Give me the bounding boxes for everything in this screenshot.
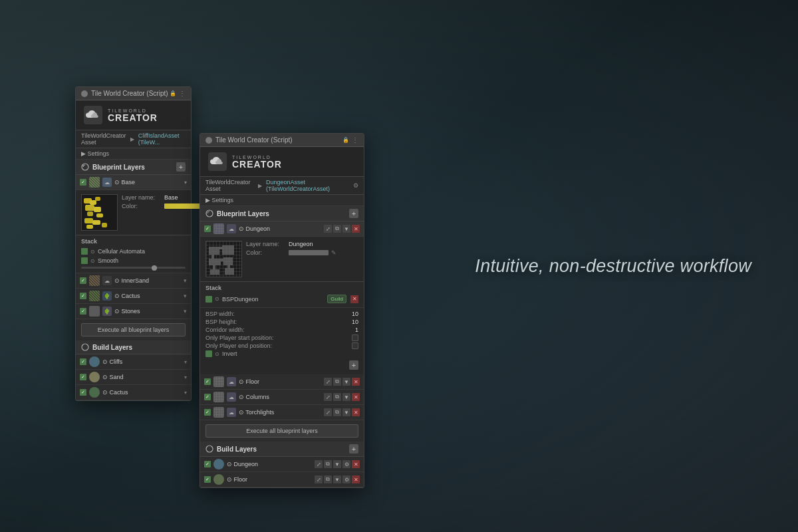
invert-checkbox[interactable] xyxy=(205,350,212,357)
build-down-btn-floor[interactable]: ▼ xyxy=(333,475,341,483)
build-checkbox-cliffs[interactable] xyxy=(80,358,86,365)
asset-settings-icon[interactable]: ⚙ xyxy=(353,182,358,189)
layer-row-base[interactable]: ☁ ⊙ Base ▾ xyxy=(76,175,191,190)
floor-copy-btn[interactable]: ⧉ xyxy=(333,378,341,386)
build-down-btn-dungeon[interactable]: ▼ xyxy=(333,460,341,468)
build-delete-btn-floor[interactable]: ✕ xyxy=(352,475,360,483)
stack-slider-smooth[interactable] xyxy=(81,265,186,270)
layer-edit-cactus[interactable]: ▾ xyxy=(184,293,187,299)
layer-checkbox-base[interactable] xyxy=(80,179,86,186)
blueprint-add-button-front[interactable]: + xyxy=(349,209,358,218)
layer-down-btn-dungeon[interactable]: ▼ xyxy=(342,225,350,233)
layer-row-dungeon[interactable]: ☁ ⊙ Dungeon ⤢ ⧉ ▼ ✕ xyxy=(200,221,364,237)
floor-down-btn[interactable]: ▼ xyxy=(342,378,350,386)
build-move-btn-dungeon[interactable]: ⤢ xyxy=(315,460,323,468)
player-start-checkbox[interactable] xyxy=(352,334,358,341)
guild-btn-bsp[interactable]: Guild xyxy=(327,295,346,303)
build-settings-btn-dungeon[interactable]: ⚙ xyxy=(342,460,350,468)
build-settings-btn-floor[interactable]: ⚙ xyxy=(342,475,350,483)
torchlights-delete-btn[interactable]: ✕ xyxy=(352,408,360,416)
stack-checkbox-bsp[interactable] xyxy=(205,296,212,303)
slider-thumb[interactable] xyxy=(152,265,157,271)
panel-front-asset-bar: TileWorldCreator Asset ▶ DungeonAsset (T… xyxy=(200,177,364,195)
color-swatch-base[interactable] xyxy=(164,203,204,209)
build-copy-btn-dungeon[interactable]: ⧉ xyxy=(324,460,332,468)
stack-item-smooth[interactable]: ⊙ Smooth xyxy=(81,256,186,265)
build-checkbox-floor[interactable] xyxy=(204,476,211,483)
build-edit-sand[interactable]: ▾ xyxy=(184,374,187,380)
layer-edit-stones[interactable]: ▾ xyxy=(184,308,187,315)
layer-checkbox-floor[interactable] xyxy=(204,378,211,385)
name-label: Layer name: xyxy=(122,194,162,201)
stack-item-cellular[interactable]: ⊙ Cellular Automata xyxy=(81,247,186,256)
bsp-delete-btn[interactable]: ✕ xyxy=(350,295,358,303)
layer-checkbox-columns[interactable] xyxy=(204,394,211,400)
color-swatch-dungeon[interactable] xyxy=(289,250,329,255)
blueprint-add-button[interactable]: + xyxy=(176,162,186,172)
layer-checkbox-stones[interactable] xyxy=(80,308,86,315)
build-copy-btn-floor[interactable]: ⧉ xyxy=(324,475,332,483)
invert-row: ⊙ Invert xyxy=(205,350,358,357)
build-section-label-front: Build Layers xyxy=(217,446,257,453)
logo-text-block-front: TILEWORLD CREATOR xyxy=(232,155,282,169)
build-layer-sand[interactable]: ⊙ Sand ▾ xyxy=(76,370,191,385)
stack-checkbox-cellular[interactable] xyxy=(81,248,88,255)
layer-row-torchlights[interactable]: ☁ ⊙ Torchlights ⤢ ⧉ ▼ ✕ xyxy=(200,405,364,420)
layer-checkbox-cactus[interactable] xyxy=(80,293,86,299)
layer-row-innersand[interactable]: ☁ ⊙ InnerSand ▾ xyxy=(76,273,191,289)
floor-move-btn[interactable]: ⤢ xyxy=(324,378,332,386)
stack-label-dungeon: Stack xyxy=(205,285,358,291)
layer-checkbox-innersand[interactable] xyxy=(80,277,86,284)
stack-add-btn[interactable]: + xyxy=(349,360,358,370)
slider-track[interactable] xyxy=(81,267,186,269)
build-delete-btn-dungeon[interactable]: ✕ xyxy=(352,460,360,468)
columns-move-btn[interactable]: ⤢ xyxy=(324,393,332,401)
build-edit-cliffs[interactable]: ▾ xyxy=(184,359,187,365)
build-layer-cliffs[interactable]: ⊙ Cliffs ▾ xyxy=(76,354,191,370)
panel-front-settings[interactable]: ▶ Settings xyxy=(200,195,364,206)
build-checkbox-dungeon[interactable] xyxy=(204,461,211,467)
layer-row-columns[interactable]: ☁ ⊙ Columns ⤢ ⧉ ▼ ✕ xyxy=(200,390,364,405)
layer-icon-torchlights: ☁ xyxy=(227,408,236,417)
columns-copy-btn[interactable]: ⧉ xyxy=(333,393,341,401)
build-move-btn-floor[interactable]: ⤢ xyxy=(315,475,323,483)
player-end-checkbox[interactable] xyxy=(352,342,358,349)
stack-item-bsp[interactable]: ⊙ BSPDungeon Guild ✕ xyxy=(205,293,358,305)
torchlights-copy-btn[interactable]: ⧉ xyxy=(333,408,341,416)
stack-checkbox-smooth[interactable] xyxy=(81,257,88,264)
panel-back-build-header: Build Layers xyxy=(76,340,191,354)
build-layer-floor-build[interactable]: ⊙ Floor ⤢ ⧉ ▼ ⚙ ✕ xyxy=(200,472,364,487)
execute-btn-front[interactable]: Execute all blueprint layers xyxy=(205,424,358,438)
execute-btn-back[interactable]: Execute all blueprint layers xyxy=(81,323,186,336)
layer-row-stones[interactable]: 🌵 ⊙ Stones ▾ xyxy=(76,304,191,319)
color-edit-icon[interactable]: ✎ xyxy=(331,249,336,256)
layer-edit-innersand[interactable]: ▾ xyxy=(184,277,187,284)
build-edit-cactus-build[interactable]: ▾ xyxy=(184,390,187,396)
columns-down-btn[interactable]: ▼ xyxy=(342,393,350,401)
build-layer-cactus-build[interactable]: ⊙ Cactus ▾ xyxy=(76,385,191,400)
panel-front-logo: TILEWORLD CREATOR xyxy=(200,147,364,177)
build-layer-dungeon[interactable]: ⊙ Dungeon ⤢ ⧉ ▼ ⚙ ✕ xyxy=(200,457,364,472)
layer-collapse-base[interactable]: ▾ xyxy=(184,180,187,186)
layer-row-floor[interactable]: ☁ ⊙ Floor ⤢ ⧉ ▼ ✕ xyxy=(200,374,364,390)
build-checkbox-sand[interactable] xyxy=(80,374,86,380)
asset-file-front[interactable]: DungeonAsset (TileWorldCreatorAsset) xyxy=(266,179,349,192)
build-checkbox-cactus[interactable] xyxy=(80,389,86,396)
build-expand-btn-front[interactable]: + xyxy=(349,444,358,454)
panel-front: Tile World Creator (Script) 🔒 ⋮ TILEWORL… xyxy=(200,133,364,488)
torchlights-move-btn[interactable]: ⤢ xyxy=(324,408,332,416)
panel-back-settings[interactable]: ▶ Settings xyxy=(76,148,191,160)
layer-checkbox-dungeon[interactable] xyxy=(204,225,211,232)
layer-move-btn-dungeon[interactable]: ⤢ xyxy=(324,225,332,233)
layer-row-cactus[interactable]: 🌵 ⊙ Cactus ▾ xyxy=(76,289,191,304)
torchlights-down-btn[interactable]: ▼ xyxy=(342,408,350,416)
floor-delete-btn[interactable]: ✕ xyxy=(352,378,360,386)
layer-checkbox-torchlights[interactable] xyxy=(204,409,211,416)
columns-delete-btn[interactable]: ✕ xyxy=(352,393,360,401)
asset-file[interactable]: CliffIslandAsset (TileW... xyxy=(138,132,186,146)
layer-delete-btn-dungeon[interactable]: ✕ xyxy=(352,225,360,233)
dungeon-map-thumb xyxy=(205,241,242,277)
build-section-icon-front xyxy=(205,445,213,453)
layer-copy-btn-dungeon[interactable]: ⧉ xyxy=(333,225,341,233)
layer-fields-base: Layer name: Base Color: xyxy=(122,194,204,231)
